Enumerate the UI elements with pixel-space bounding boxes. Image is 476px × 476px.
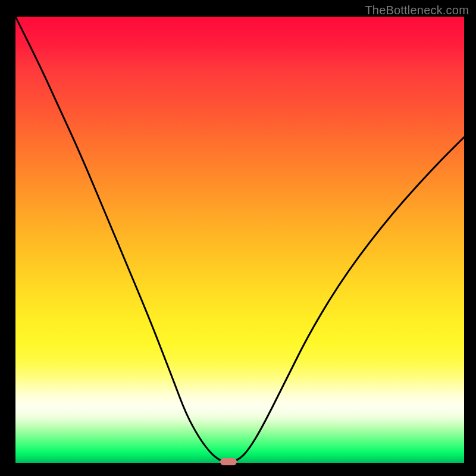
watermark-text: TheBottleneck.com (365, 4, 469, 17)
bottleneck-marker (220, 458, 237, 465)
curve-path (15, 17, 464, 462)
bottleneck-curve (15, 17, 464, 463)
chart-frame: TheBottleneck.com (0, 0, 476, 476)
plot-area (15, 17, 464, 463)
